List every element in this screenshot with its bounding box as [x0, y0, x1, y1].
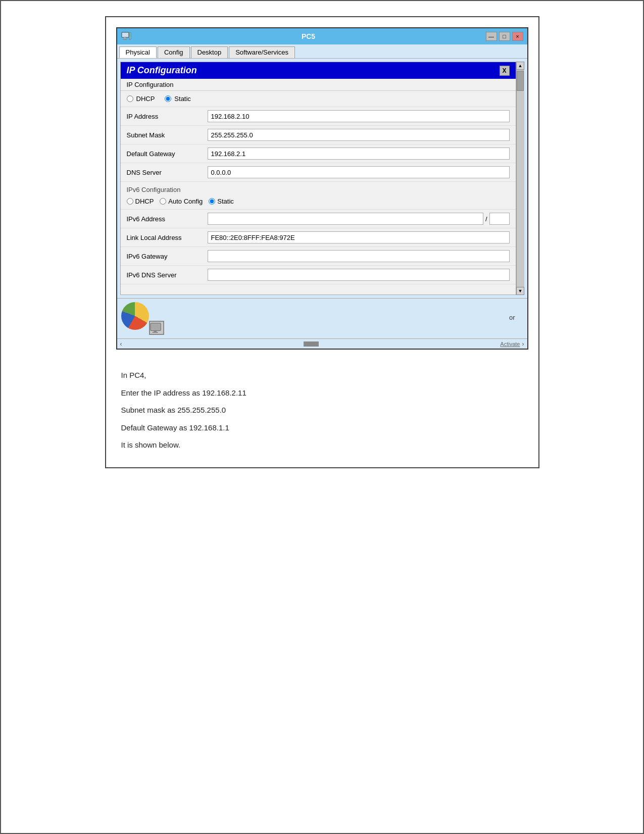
title-bar-controls: — □ × [486, 32, 523, 41]
ipv6-section-heading: IPv6 Configuration [121, 182, 516, 195]
ip-config-header: IP Configuration X [121, 62, 516, 79]
ipv6-prefix-input[interactable] [489, 213, 510, 225]
status-bar-right: Activate › [500, 340, 524, 348]
window-title: PC5 [131, 32, 486, 40]
link-local-input[interactable] [208, 231, 510, 243]
ipv6-address-row: IPv6 Address / [121, 210, 516, 228]
default-gateway-label: Default Gateway [127, 150, 208, 158]
tab-physical[interactable]: Physical [119, 46, 157, 58]
or-text: or [509, 314, 515, 321]
instruction-line4: Default Gateway as 192.168.1.1 [121, 422, 523, 434]
content-panel: IP Configuration X IP Configuration DHCP… [120, 62, 516, 295]
title-bar: PC5 — □ × [117, 28, 527, 44]
title-bar-left [121, 31, 131, 41]
ipv6-radio-row: DHCP Auto Config Static [121, 195, 516, 210]
ipv6-gateway-input[interactable] [208, 250, 510, 262]
ipv6-static-radio[interactable] [209, 198, 215, 205]
ipv6-auto-radio-label[interactable]: Auto Config [160, 198, 203, 205]
ipv6-dns-label: IPv6 DNS Server [127, 271, 208, 279]
nav-arrows: ‹ [120, 340, 122, 348]
scroll-thumb[interactable] [517, 71, 524, 91]
scroll-up-arrow[interactable]: ▲ [516, 62, 524, 70]
svg-rect-6 [154, 331, 157, 332]
ip-address-label: IP Address [127, 113, 208, 120]
subnet-mask-input[interactable] [208, 129, 510, 141]
ipv6-static-label: Static [217, 198, 234, 205]
monitor-graphic [149, 321, 164, 335]
ipv6-auto-radio[interactable] [160, 198, 166, 205]
spacer [121, 284, 516, 295]
ip-version-radio-row: DHCP Static [121, 91, 516, 107]
subnet-mask-label: Subnet Mask [127, 131, 208, 139]
ipv6-gateway-label: IPv6 Gateway [127, 253, 208, 260]
tabs-bar: Physical Config Desktop Software/Service… [117, 44, 527, 59]
ipv6-address-input[interactable] [208, 213, 483, 225]
status-bar: ‹ Activate › [117, 338, 527, 349]
dhcp-label: DHCP [136, 95, 155, 103]
static-radio-label[interactable]: Static [165, 95, 191, 103]
ip-config-sub-label: IP Configuration [121, 79, 516, 91]
svg-rect-5 [150, 323, 160, 331]
prefix-slash: / [485, 215, 487, 223]
ipv6-dhcp-label: DHCP [135, 198, 154, 205]
static-label: Static [174, 95, 191, 103]
ipv6-gateway-row: IPv6 Gateway [121, 247, 516, 266]
nav-left-arrow[interactable]: ‹ [120, 340, 122, 348]
pc5-window: PC5 — □ × Physical Config Desktop Softwa… [116, 27, 528, 350]
activate-text[interactable]: Activate [500, 341, 520, 347]
ip-address-input[interactable] [208, 110, 510, 122]
ipv6-address-label: IPv6 Address [127, 215, 208, 223]
svg-rect-2 [123, 39, 127, 40]
window-close-button[interactable]: × [512, 32, 523, 41]
ipv6-static-radio-label[interactable]: Static [209, 198, 234, 205]
ipv6-dns-row: IPv6 DNS Server [121, 266, 516, 284]
horizontal-scrollbar-thumb[interactable] [304, 341, 319, 347]
instruction-line5: It is shown below. [121, 439, 523, 451]
minimize-button[interactable]: — [486, 32, 497, 41]
dns-server-label: DNS Server [127, 169, 208, 176]
tab-software-services[interactable]: Software/Services [229, 46, 295, 58]
dns-server-input[interactable] [208, 166, 510, 178]
maximize-button[interactable]: □ [499, 32, 510, 41]
svg-rect-0 [122, 32, 129, 37]
dhcp-radio[interactable] [127, 95, 133, 102]
ip-address-row: IP Address [121, 107, 516, 126]
link-local-label: Link Local Address [127, 234, 208, 241]
subnet-mask-row: Subnet Mask [121, 126, 516, 144]
default-gateway-input[interactable] [208, 148, 510, 160]
ipv6-dhcp-radio-label[interactable]: DHCP [127, 198, 154, 205]
scroll-down-arrow[interactable]: ▼ [516, 287, 524, 295]
ip-config-close-button[interactable]: X [500, 66, 510, 76]
ipv6-dhcp-radio[interactable] [127, 198, 133, 205]
tab-desktop[interactable]: Desktop [191, 46, 228, 58]
default-gateway-row: Default Gateway [121, 144, 516, 163]
instruction-line1: In PC4, [121, 370, 523, 381]
tab-config[interactable]: Config [158, 46, 190, 58]
pc-graphic-container [121, 302, 167, 335]
dns-server-row: DNS Server [121, 163, 516, 182]
ipv6-input-group: / [208, 213, 510, 225]
ip-config-title: IP Configuration [127, 65, 197, 76]
static-radio[interactable] [165, 95, 171, 102]
scrollbar[interactable]: ▲ ▼ [516, 62, 524, 295]
svg-rect-7 [152, 332, 158, 332]
svg-rect-1 [124, 37, 126, 39]
ipv6-auto-label: Auto Config [168, 198, 203, 205]
pie-chart-graphic [121, 302, 149, 330]
ipv6-dns-input[interactable] [208, 269, 510, 281]
nav-right-arrow[interactable]: › [522, 340, 524, 348]
svg-rect-4 [129, 33, 130, 36]
instructions-block: In PC4, Enter the IP address as 192.168.… [116, 370, 528, 451]
outer-frame: PC5 — □ × Physical Config Desktop Softwa… [105, 16, 539, 468]
dhcp-radio-label[interactable]: DHCP [127, 95, 155, 103]
link-local-row: Link Local Address [121, 228, 516, 247]
instruction-line2: Enter the IP address as 192.168.2.11 [121, 387, 523, 399]
window-body: IP Configuration X IP Configuration DHCP… [117, 59, 527, 298]
window-bottom: or [117, 298, 527, 338]
pc-icon [121, 31, 131, 41]
instruction-line3: Subnet mask as 255.255.255.0 [121, 405, 523, 416]
